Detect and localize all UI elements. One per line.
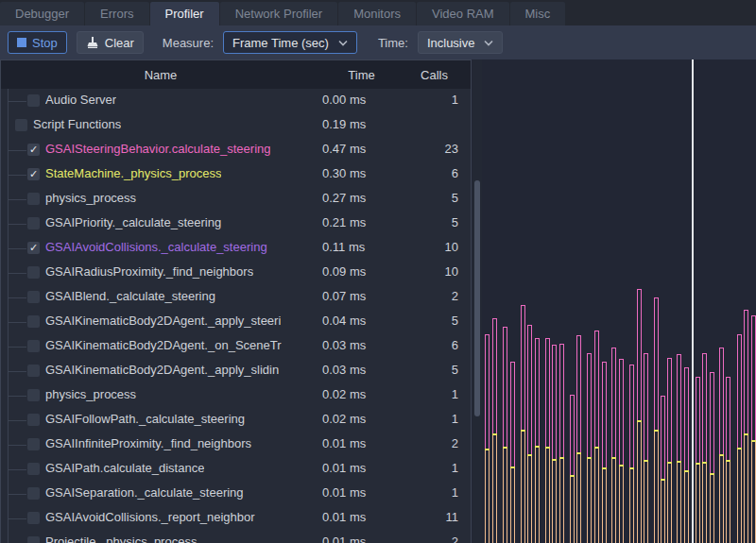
table-row[interactable]: ✓StateMachine._physics_process0.30 ms6 xyxy=(1,162,471,187)
row-time-value: 0.02 ms xyxy=(322,412,402,426)
frame-bar xyxy=(552,59,557,543)
frame-bar-pink-segment xyxy=(710,372,714,473)
row-checkbox-unchecked[interactable] xyxy=(27,414,40,426)
frame-bar-tan-segment xyxy=(576,454,581,543)
row-function-name: GSAISeparation._calculate_steering xyxy=(45,485,244,500)
row-checkbox-unchecked[interactable] xyxy=(27,487,40,500)
frame-bar xyxy=(587,59,592,543)
table-row[interactable]: GSAIKinematicBody2DAgent._apply_slidin0.… xyxy=(1,359,471,383)
table-row[interactable]: GSAIRadiusProximity._find_neighbors0.09 … xyxy=(1,261,471,285)
chevron-down-icon xyxy=(338,40,348,46)
row-checkbox-unchecked[interactable] xyxy=(27,536,40,543)
tab-errors[interactable]: Errors xyxy=(85,2,148,25)
frame-bar xyxy=(637,59,642,543)
row-function-name: GSAIKinematicBody2DAgent._apply_slidin xyxy=(45,363,279,377)
table-row[interactable]: physics_process0.27 ms5 xyxy=(1,187,471,212)
table-row[interactable]: Audio Server0.00 ms1 xyxy=(1,89,471,113)
frame-bar-tan-segment xyxy=(684,472,689,543)
frame-bar-pink-segment xyxy=(545,338,550,447)
table-row[interactable]: Script Functions0.19 ms xyxy=(1,113,471,138)
row-checkbox-unchecked[interactable] xyxy=(15,119,27,131)
tab-video-ram[interactable]: Video RAM xyxy=(417,2,509,25)
row-checkbox-unchecked[interactable] xyxy=(27,438,40,450)
row-checkbox-checked[interactable]: ✓ xyxy=(27,144,40,156)
table-row[interactable]: ✓GSAIAvoidCollisions._calculate_steering… xyxy=(1,236,471,261)
table-row[interactable]: GSAIFollowPath._calculate_steering0.02 m… xyxy=(1,408,471,433)
scrollbar-thumb[interactable] xyxy=(474,180,480,416)
tab-monitors[interactable]: Monitors xyxy=(338,2,416,25)
row-calls-value: 1 xyxy=(400,485,462,500)
row-calls-value: 6 xyxy=(400,166,462,180)
row-time-value: 0.01 ms xyxy=(322,510,402,524)
column-header-name[interactable]: Name xyxy=(1,60,320,89)
frame-bar xyxy=(545,59,550,543)
row-time-value: 0.01 ms xyxy=(322,436,402,450)
tree-scrollbar[interactable] xyxy=(472,59,482,543)
frame-bar-pink-segment xyxy=(587,353,592,457)
tree-guide-dash xyxy=(9,469,26,470)
frame-bar xyxy=(654,59,659,543)
frame-time-graph[interactable] xyxy=(483,59,756,543)
tree-guide-dash xyxy=(9,273,26,274)
table-row[interactable]: GSAIKinematicBody2DAgent._on_SceneTr0.03… xyxy=(1,334,471,359)
tab-network-profiler[interactable]: Network Profiler xyxy=(220,2,337,25)
table-row[interactable]: GSAIKinematicBody2DAgent._apply_steeri0.… xyxy=(1,310,471,334)
row-checkbox-unchecked[interactable] xyxy=(27,463,40,475)
tree-guide-dash xyxy=(9,224,26,225)
stop-button-label: Stop xyxy=(32,36,58,50)
tab-debugger[interactable]: Debugger xyxy=(0,2,84,25)
table-row[interactable]: GSAIPriority._calculate_steering0.21 ms5 xyxy=(1,212,471,236)
row-checkbox-unchecked[interactable] xyxy=(27,291,40,303)
tab-profiler[interactable]: Profiler xyxy=(150,2,219,25)
frame-bar-pink-segment xyxy=(510,362,515,467)
frame-bar-tan-segment xyxy=(677,463,681,543)
frame-bar xyxy=(510,59,515,543)
frame-bar-pink-segment xyxy=(667,358,672,462)
frame-bar-pink-segment xyxy=(751,315,756,440)
stop-button[interactable]: Stop xyxy=(8,31,67,54)
row-checkbox-unchecked[interactable] xyxy=(27,193,40,205)
row-time-value: 0.19 ms xyxy=(322,117,402,131)
frame-bar xyxy=(619,59,624,543)
row-checkbox-checked[interactable]: ✓ xyxy=(27,242,40,254)
row-checkbox-unchecked[interactable] xyxy=(27,340,40,352)
table-row[interactable]: ✓GSAISteeringBehavior.calculate_steering… xyxy=(1,138,471,162)
table-row[interactable]: GSAIBlend._calculate_steering0.07 ms2 xyxy=(1,285,471,310)
table-row[interactable]: Projectile._physics_process0.01 ms2 xyxy=(1,531,471,543)
frame-bar-tan-segment xyxy=(510,468,515,543)
row-checkbox-unchecked[interactable] xyxy=(27,389,40,401)
row-checkbox-unchecked[interactable] xyxy=(27,94,40,107)
frame-bar xyxy=(677,59,681,543)
column-header-time[interactable]: Time xyxy=(320,60,403,89)
profile-tree-panel: Name Time Calls Audio Server0.00 ms1Scri… xyxy=(0,59,472,543)
table-row[interactable]: GSAISeparation._calculate_steering0.01 m… xyxy=(1,482,471,506)
row-function-name: GSAIFollowPath._calculate_steering xyxy=(45,412,245,426)
clear-button[interactable]: Clear xyxy=(77,31,144,54)
row-calls-value: 5 xyxy=(400,215,462,229)
row-calls-value: 5 xyxy=(400,191,462,205)
row-function-name: Script Functions xyxy=(33,117,121,131)
time-select-value: Inclusive xyxy=(427,36,475,50)
measure-select[interactable]: Frame Time (sec) xyxy=(223,31,357,54)
table-row[interactable]: GSAIInfiniteProximity._find_neighbors0.0… xyxy=(1,433,471,457)
row-checkbox-unchecked[interactable] xyxy=(27,315,40,328)
table-row[interactable]: GSAIAvoidCollisions._report_neighbor0.01… xyxy=(1,506,471,531)
frame-bar xyxy=(696,59,700,543)
table-row[interactable]: GSAIPath.calculate_distance0.01 ms1 xyxy=(1,457,471,482)
row-checkbox-unchecked[interactable] xyxy=(27,365,40,377)
column-header-calls[interactable]: Calls xyxy=(403,60,466,89)
tab-misc[interactable]: Misc xyxy=(510,2,566,25)
frame-bar-tan-segment xyxy=(737,450,742,543)
row-checkbox-unchecked[interactable] xyxy=(27,266,40,279)
table-row[interactable]: physics_process0.02 ms1 xyxy=(1,383,471,408)
row-checkbox-unchecked[interactable] xyxy=(27,512,40,524)
frame-bar xyxy=(702,59,707,543)
frame-bar-tan-segment xyxy=(611,459,616,543)
row-checkbox-checked[interactable]: ✓ xyxy=(27,168,40,180)
time-select[interactable]: Inclusive xyxy=(418,31,504,54)
row-calls-value: 2 xyxy=(400,289,462,303)
frame-bar-pink-segment xyxy=(570,395,575,475)
row-function-name: GSAIAvoidCollisions._calculate_steering xyxy=(45,240,267,254)
row-function-name: GSAIInfiniteProximity._find_neighbors xyxy=(45,436,251,450)
row-checkbox-unchecked[interactable] xyxy=(27,217,40,229)
